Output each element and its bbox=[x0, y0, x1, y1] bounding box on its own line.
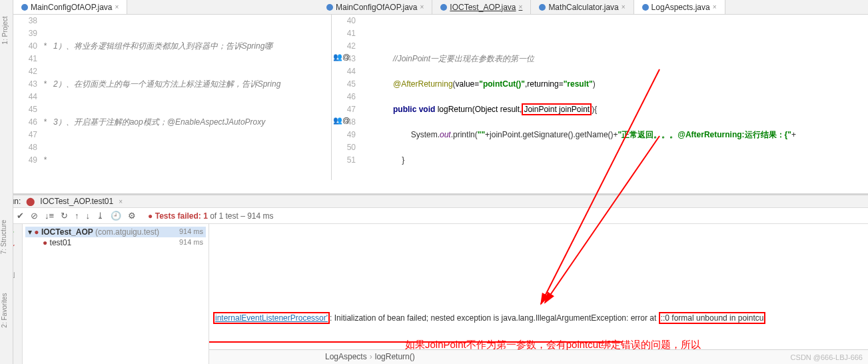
java-icon bbox=[539, 4, 546, 11]
close-icon[interactable]: × bbox=[713, 3, 717, 11]
pass-filter-icon[interactable]: ✔ bbox=[17, 211, 24, 221]
close-icon[interactable]: × bbox=[115, 3, 119, 11]
close-icon[interactable]: × bbox=[519, 3, 523, 11]
tab-label: LogAspects.java bbox=[651, 3, 710, 12]
tab-label: MathCalculator.java bbox=[548, 3, 618, 12]
close-icon[interactable]: × bbox=[622, 3, 626, 11]
error-link[interactable]: internalEventListenerProcessor' bbox=[215, 313, 328, 323]
run-config[interactable]: IOCTest_AOP.test01 bbox=[40, 197, 113, 206]
tab-label: IOCTest_AOP.java bbox=[450, 3, 516, 12]
joinpoint-param-1: JoinPoint joinPoint bbox=[522, 103, 592, 115]
gutter-run-icon[interactable]: 👥@ bbox=[333, 116, 350, 125]
test-root[interactable]: ▾ ● IOCTest_AOP (com.atguigu.test) 914 m… bbox=[25, 227, 206, 237]
test-toolbar: ▾ ✔ ⊘ ↓≡ ↻ ↑ ↓ ⤓ 🕘 ⚙ ● Tests failed: 1 o… bbox=[0, 208, 868, 224]
export-icon[interactable]: ⤓ bbox=[97, 211, 104, 221]
proj-tool[interactable]: 1: Project bbox=[1, 16, 9, 44]
prev-icon[interactable]: ↑ bbox=[75, 211, 79, 221]
tab-logaspects[interactable]: LogAspects.java× bbox=[634, 0, 725, 14]
highlight-processor: internalEventListenerProcessor' bbox=[213, 312, 330, 324]
gutter: 383940414243444546474849 bbox=[13, 15, 41, 180]
fail-icon: ● bbox=[148, 211, 153, 221]
close-icon[interactable]: × bbox=[420, 3, 424, 11]
java-icon bbox=[440, 4, 447, 11]
test-item[interactable]: ● test01 914 ms bbox=[25, 237, 206, 248]
run-config-icon: ⬤ bbox=[26, 197, 35, 206]
gutter: 404142434445464748495051 bbox=[332, 15, 360, 180]
test-tree[interactable]: ▾ ● IOCTest_AOP (com.atguigu.test) 914 m… bbox=[23, 224, 209, 364]
test-status-tail: of 1 test – 914 ms bbox=[208, 211, 274, 221]
java-icon bbox=[642, 4, 649, 11]
test-status: Tests failed: 1 bbox=[155, 211, 208, 221]
tab-mainconfig[interactable]: MainConfigOfAOP.java × bbox=[13, 0, 127, 14]
history-icon[interactable]: 🕘 bbox=[111, 211, 121, 221]
next-icon[interactable]: ↓ bbox=[86, 211, 91, 221]
tab-label: MainConfigOfAOP.java bbox=[336, 3, 418, 12]
chevron-down-icon: ▾ bbox=[28, 227, 32, 237]
clock-icon[interactable]: ↻ bbox=[61, 211, 68, 221]
close-icon[interactable]: × bbox=[119, 198, 123, 205]
highlight-error: ::0 formal unbound in pointcu bbox=[659, 312, 766, 324]
fail-icon: ● bbox=[34, 227, 39, 237]
java-icon bbox=[21, 4, 28, 11]
watermark: CSDN @666-LBJ-666 bbox=[791, 353, 863, 361]
editor-left[interactable]: 383940414243444546474849 * 1）、将业务逻辑组件和切面… bbox=[13, 15, 332, 180]
tab-ioctest[interactable]: IOCTest_AOP.java× bbox=[432, 0, 531, 14]
sort-icon[interactable]: ↓≡ bbox=[45, 211, 54, 221]
fail-icon: ● bbox=[43, 238, 47, 247]
annotation-note: 如果JoinPoint不作为第一参数，会有pointcut绑定错误的问题，所以 bbox=[405, 339, 701, 351]
editor-right[interactable]: 404142434445464748495051 //JoinPoint一定要出… bbox=[332, 15, 868, 180]
structure-tool[interactable]: 7: Structure bbox=[0, 220, 7, 255]
tool-sidebar-lower: 7: Structure 2: Favorites bbox=[0, 193, 13, 364]
left-tabs: MainConfigOfAOP.java × bbox=[13, 0, 318, 15]
tool-sidebar: 1: Project bbox=[0, 0, 13, 193]
gutter-run-icon[interactable]: 👥@ bbox=[333, 53, 350, 61]
gear-icon[interactable]: ⚙ bbox=[128, 211, 136, 221]
code-left[interactable]: * 1）、将业务逻辑组件和切面类都加入到容器中；告诉Spring哪 * 2）、在… bbox=[41, 15, 331, 180]
tab-label: MainConfigOfAOP.java bbox=[31, 3, 113, 12]
java-icon bbox=[326, 4, 333, 11]
code-right[interactable]: //JoinPoint一定要出现在参数表的第一位 @AfterReturning… bbox=[360, 15, 868, 180]
tab-math[interactable]: MathCalculator.java× bbox=[531, 0, 634, 14]
fail-filter-icon[interactable]: ⊘ bbox=[31, 211, 38, 221]
favorites-tool[interactable]: 2: Favorites bbox=[1, 293, 8, 327]
tab-mainconfig-r[interactable]: MainConfigOfAOP.java× bbox=[318, 0, 432, 14]
right-tabs: MainConfigOfAOP.java× IOCTest_AOP.java× … bbox=[318, 0, 868, 15]
